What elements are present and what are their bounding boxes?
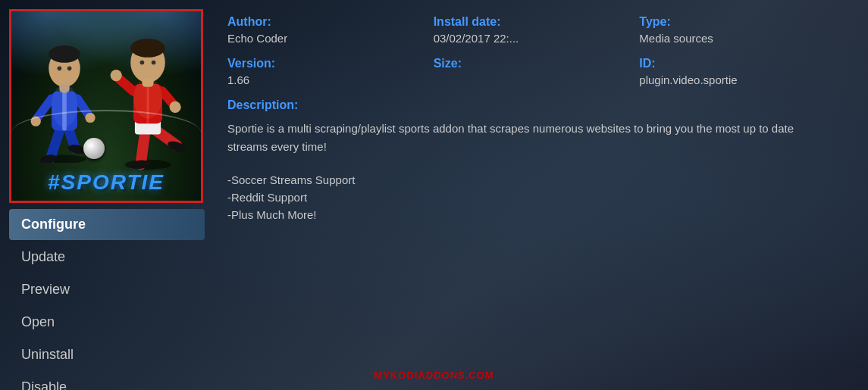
version-value: 1.66 [227, 73, 418, 86]
author-label: Author: [227, 15, 418, 29]
menu-item-update[interactable]: Update [9, 242, 205, 273]
author-block: Author: Echo Coder [227, 15, 434, 45]
soccer-scene: #SPORTIE [11, 11, 201, 201]
feature-item-1: -Reddit Support [227, 189, 845, 206]
id-label: ID: [639, 57, 830, 70]
right-panel: Author: Echo Coder Install date: 03/02/2… [205, 0, 868, 390]
addon-title-text: #SPORTIE [11, 170, 201, 195]
size-label: Size: [434, 57, 625, 70]
svg-point-28 [170, 101, 181, 113]
description-text: Sportie is a multi scraping/playlist spo… [227, 120, 796, 156]
svg-point-32 [140, 61, 145, 65]
addon-image: #SPORTIE [9, 9, 203, 203]
feature-item-0: -Soccer Streams Support [227, 171, 845, 189]
info-grid-mid: Version: 1.66 Size: ID: plugin.video.spo… [227, 57, 845, 86]
type-value: Media sources [639, 32, 830, 45]
install-date-value: 03/02/2017 22:... [434, 32, 625, 45]
install-date-label: Install date: [434, 15, 625, 29]
watermark: MYKODIADDONS.COM [374, 370, 494, 381]
type-block: Type: Media sources [639, 15, 845, 45]
version-block: Version: 1.66 [227, 57, 434, 86]
feature-item-2: -Plus Much More! [227, 206, 845, 223]
svg-point-31 [130, 39, 165, 58]
left-panel: #SPORTIE Configure Update Preview Open U… [0, 0, 205, 390]
install-date-block: Install date: 03/02/2017 22:... [434, 15, 640, 45]
features-list: -Soccer Streams Support -Reddit Support … [227, 171, 845, 223]
type-label: Type: [639, 15, 830, 29]
menu-item-uninstall[interactable]: Uninstall [9, 339, 205, 370]
menu-item-preview[interactable]: Preview [9, 274, 205, 305]
svg-point-15 [67, 67, 72, 71]
info-grid-top: Author: Echo Coder Install date: 03/02/2… [227, 15, 845, 45]
svg-point-14 [58, 67, 62, 71]
menu-list: Configure Update Preview Open Uninstall … [0, 209, 205, 390]
menu-item-open[interactable]: Open [9, 307, 205, 338]
svg-point-13 [49, 45, 80, 63]
svg-point-27 [111, 70, 122, 81]
version-label: Version: [227, 57, 418, 70]
id-value: plugin.video.sportie [639, 73, 830, 86]
svg-point-33 [152, 61, 156, 65]
description-label: Description: [227, 98, 845, 112]
size-block: Size: [434, 57, 640, 86]
menu-item-configure[interactable]: Configure [9, 209, 205, 240]
field-lines [11, 110, 201, 155]
menu-item-disable[interactable]: Disable [9, 372, 205, 390]
author-value: Echo Coder [227, 32, 418, 45]
id-block: ID: plugin.video.sportie [639, 57, 845, 86]
